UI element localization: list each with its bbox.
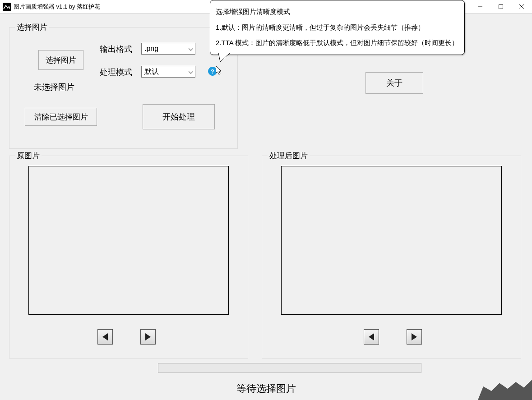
tooltip-tail-icon <box>218 53 232 63</box>
status-bar: 等待选择图片 <box>0 377 532 400</box>
start-processing-button[interactable]: 开始处理 <box>143 104 215 129</box>
output-format-select[interactable]: .png <box>141 43 195 55</box>
original-image-legend: 原图片 <box>15 151 42 161</box>
select-image-group: 选择图片 选择图片 未选择图片 清除已选择图片 输出格式 .png 处理模式 默… <box>9 27 238 149</box>
chevron-down-icon <box>189 45 193 53</box>
start-processing-label: 开始处理 <box>162 111 195 122</box>
svg-rect-2 <box>499 5 503 9</box>
processed-prev-button[interactable] <box>364 329 379 345</box>
tooltip-line3: 2.TTA 模式：图片的清晰度略低于默认模式，但对图片细节保留较好（时间更长） <box>216 35 459 51</box>
svg-marker-7 <box>369 333 374 340</box>
selection-status-text: 未选择图片 <box>34 82 74 92</box>
arrow-right-icon <box>145 333 151 340</box>
maximize-button[interactable] <box>490 0 511 13</box>
arrow-left-icon <box>369 333 374 340</box>
arrow-left-icon <box>102 333 108 340</box>
original-image-preview <box>28 166 229 315</box>
app-icon <box>3 3 11 11</box>
original-next-button[interactable] <box>140 329 156 345</box>
svg-marker-6 <box>145 333 151 340</box>
clear-selection-button[interactable]: 清除已选择图片 <box>25 108 97 126</box>
arrow-right-icon <box>412 333 417 340</box>
svg-marker-5 <box>102 333 108 340</box>
minimize-button[interactable] <box>470 0 490 13</box>
tooltip-line1: 选择增强图片清晰度模式 <box>216 4 459 20</box>
original-image-group: 原图片 <box>9 156 248 359</box>
chevron-down-icon <box>189 68 193 76</box>
client-area: 选择图片 选择图片 未选择图片 清除已选择图片 输出格式 .png 处理模式 默… <box>0 14 532 400</box>
about-button[interactable]: 关于 <box>365 72 423 94</box>
processing-mode-label: 处理模式 <box>100 67 132 78</box>
output-format-label: 输出格式 <box>100 44 132 55</box>
choose-image-label: 选择图片 <box>46 55 76 65</box>
progress-bar <box>158 363 421 373</box>
help-icon[interactable]: ? <box>208 67 217 76</box>
clear-selection-label: 清除已选择图片 <box>34 112 88 122</box>
about-button-label: 关于 <box>386 78 402 88</box>
processed-image-preview <box>281 166 502 315</box>
status-text: 等待选择图片 <box>236 382 296 395</box>
svg-marker-9 <box>218 53 230 62</box>
close-button[interactable] <box>511 0 532 13</box>
tooltip-line2: 1.默认：图片的清晰度更清晰，但过于复杂的图片会丢失细节（推荐） <box>216 20 459 36</box>
original-prev-button[interactable] <box>97 329 113 345</box>
select-image-legend: 选择图片 <box>15 22 49 32</box>
mode-help-tooltip: 选择增强图片清晰度模式 1.默认：图片的清晰度更清晰，但过于复杂的图片会丢失细节… <box>210 0 465 55</box>
svg-marker-8 <box>412 333 417 340</box>
processing-mode-select[interactable]: 默认 <box>141 66 195 78</box>
processing-mode-value: 默认 <box>144 67 159 77</box>
processed-image-group: 处理后图片 <box>262 156 521 359</box>
help-icon-glyph: ? <box>211 68 214 75</box>
processed-next-button[interactable] <box>407 329 422 345</box>
choose-image-button[interactable]: 选择图片 <box>38 50 83 70</box>
processed-image-legend: 处理后图片 <box>268 151 310 161</box>
output-format-value: .png <box>144 45 158 53</box>
window-title: 图片画质增强器 v1.1 by 落红护花 <box>14 3 100 11</box>
